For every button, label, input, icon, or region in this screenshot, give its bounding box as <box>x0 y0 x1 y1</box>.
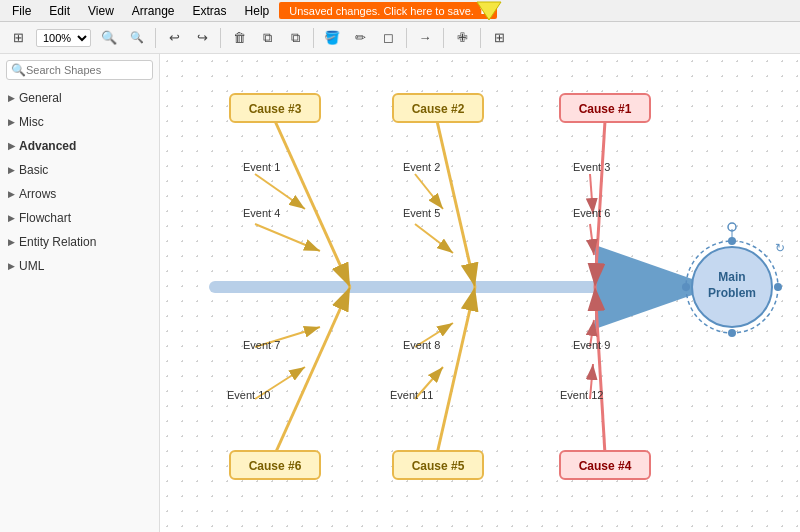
svg-line-11 <box>595 121 605 287</box>
chevron-right-icon: ▶ <box>8 261 15 271</box>
sidebar: 🔍 ▶ General ▶ Misc ▶ Advanced ▶ Basic ▶ … <box>0 54 160 532</box>
canvas[interactable]: Cause #3 Cause #2 Cause #1 Cause #6 Caus… <box>160 54 800 532</box>
sidebar-label-uml: UML <box>19 259 44 273</box>
menu-extras[interactable]: Extras <box>185 2 235 20</box>
toolbar: ⊞ 100% 75% 150% 🔍 🔍 ↩ ↪ 🗑 ⧉ ⧉ 🪣 ✏ ◻ → ✙ … <box>0 22 800 54</box>
sidebar-item-basic[interactable]: ▶ Basic <box>0 158 159 182</box>
cause6-label: Cause #6 <box>249 459 302 473</box>
event5-label: Event 5 <box>403 207 440 219</box>
unsaved-save-button[interactable]: Unsaved changes. Click here to save. ⬆ <box>279 2 497 19</box>
event9-label: Event 9 <box>573 339 610 351</box>
svg-line-20 <box>595 287 605 454</box>
event3-label: Event 3 <box>573 161 610 173</box>
table-button[interactable]: ⊞ <box>487 26 511 50</box>
menu-edit[interactable]: Edit <box>41 2 78 20</box>
sidebar-label-misc: Misc <box>19 115 44 129</box>
toolbar-separator-5 <box>443 28 444 48</box>
chevron-right-icon: ▶ <box>8 117 15 127</box>
event6-label: Event 6 <box>573 207 610 219</box>
sidebar-item-arrows[interactable]: ▶ Arrows <box>0 182 159 206</box>
svg-point-34 <box>728 329 736 337</box>
toolbar-separator-3 <box>313 28 314 48</box>
zoom-in-button[interactable]: 🔍 <box>97 26 121 50</box>
chevron-down-icon: ▶ <box>8 141 15 151</box>
chevron-right-icon: ▶ <box>8 189 15 199</box>
zoom-display: 100% 75% 150% <box>36 29 91 47</box>
sidebar-label-advanced: Advanced <box>19 139 76 153</box>
event11-label: Event 11 <box>390 389 433 401</box>
event4-label: Event 4 <box>243 207 280 219</box>
fill-button[interactable]: 🪣 <box>320 26 344 50</box>
svg-line-6 <box>255 174 305 209</box>
sidebar-label-general: General <box>19 91 62 105</box>
menu-view[interactable]: View <box>80 2 122 20</box>
line-color-button[interactable]: ✏ <box>348 26 372 50</box>
page-view-button[interactable]: ⊞ <box>6 26 30 50</box>
svg-point-32 <box>774 283 782 291</box>
svg-line-13 <box>590 224 594 255</box>
unsaved-label: Unsaved changes. Click here to save. <box>289 5 474 17</box>
chevron-right-icon: ▶ <box>8 213 15 223</box>
sidebar-item-uml[interactable]: ▶ UML <box>0 254 159 278</box>
menu-file[interactable]: File <box>4 2 39 20</box>
event10-label: Event 10 <box>227 389 270 401</box>
event2-label: Event 2 <box>403 161 440 173</box>
cause3-label: Cause #3 <box>249 102 302 116</box>
zoom-out-button[interactable]: 🔍 <box>125 26 149 50</box>
svg-point-31 <box>682 283 690 291</box>
main-content: 🔍 ▶ General ▶ Misc ▶ Advanced ▶ Basic ▶ … <box>0 54 800 532</box>
cause1-label: Cause #1 <box>579 102 632 116</box>
svg-text:↻: ↻ <box>775 241 785 255</box>
svg-line-9 <box>415 174 443 209</box>
sidebar-item-advanced[interactable]: ▶ Advanced <box>0 134 159 158</box>
event8-label: Event 8 <box>403 339 440 351</box>
sidebar-label-arrows: Arrows <box>19 187 56 201</box>
toolbar-separator-6 <box>480 28 481 48</box>
shape-button[interactable]: ◻ <box>376 26 400 50</box>
sidebar-label-entity-relation: Entity Relation <box>19 235 96 249</box>
toolbar-separator-1 <box>155 28 156 48</box>
cause4-label: Cause #4 <box>579 459 632 473</box>
main-problem-label2: Problem <box>708 286 756 300</box>
svg-line-7 <box>255 224 320 251</box>
menu-bar: File Edit View Arrange Extras Help Unsav… <box>0 0 800 22</box>
svg-marker-0 <box>477 2 501 20</box>
menu-arrange[interactable]: Arrange <box>124 2 183 20</box>
insert-button[interactable]: ✙ <box>450 26 474 50</box>
sidebar-label-basic: Basic <box>19 163 48 177</box>
search-icon: 🔍 <box>11 63 26 77</box>
redo-button[interactable]: ↪ <box>190 26 214 50</box>
toolbar-separator-4 <box>406 28 407 48</box>
fishbone-diagram: Cause #3 Cause #2 Cause #1 Cause #6 Caus… <box>165 59 800 519</box>
sidebar-item-entity-relation[interactable]: ▶ Entity Relation <box>0 230 159 254</box>
svg-line-8 <box>437 121 475 287</box>
zoom-select[interactable]: 100% 75% 150% <box>36 29 91 47</box>
toolbar-separator-2 <box>220 28 221 48</box>
search-input[interactable] <box>26 64 148 76</box>
chevron-right-icon: ▶ <box>8 93 15 103</box>
sidebar-item-general[interactable]: ▶ General <box>0 86 159 110</box>
connection-button[interactable]: → <box>413 26 437 50</box>
svg-line-10 <box>415 224 453 253</box>
search-box[interactable]: 🔍 <box>6 60 153 80</box>
sidebar-label-flowchart: Flowchart <box>19 211 71 225</box>
svg-line-14 <box>275 287 350 454</box>
delete-button[interactable]: 🗑 <box>227 26 251 50</box>
chevron-right-icon: ▶ <box>8 237 15 247</box>
svg-line-5 <box>275 121 350 287</box>
undo-button[interactable]: ↩ <box>162 26 186 50</box>
duplicate-button[interactable]: ⧉ <box>283 26 307 50</box>
copy-button[interactable]: ⧉ <box>255 26 279 50</box>
sidebar-item-misc[interactable]: ▶ Misc <box>0 110 159 134</box>
event1-label: Event 1 <box>243 161 280 173</box>
main-problem-label: Main <box>718 270 745 284</box>
cause5-label: Cause #5 <box>412 459 465 473</box>
svg-line-17 <box>437 287 475 454</box>
event12-label: Event 12 <box>560 389 603 401</box>
chevron-right-icon: ▶ <box>8 165 15 175</box>
menu-help[interactable]: Help <box>237 2 278 20</box>
sidebar-item-flowchart[interactable]: ▶ Flowchart <box>0 206 159 230</box>
cause2-label: Cause #2 <box>412 102 465 116</box>
event7-label: Event 7 <box>243 339 280 351</box>
